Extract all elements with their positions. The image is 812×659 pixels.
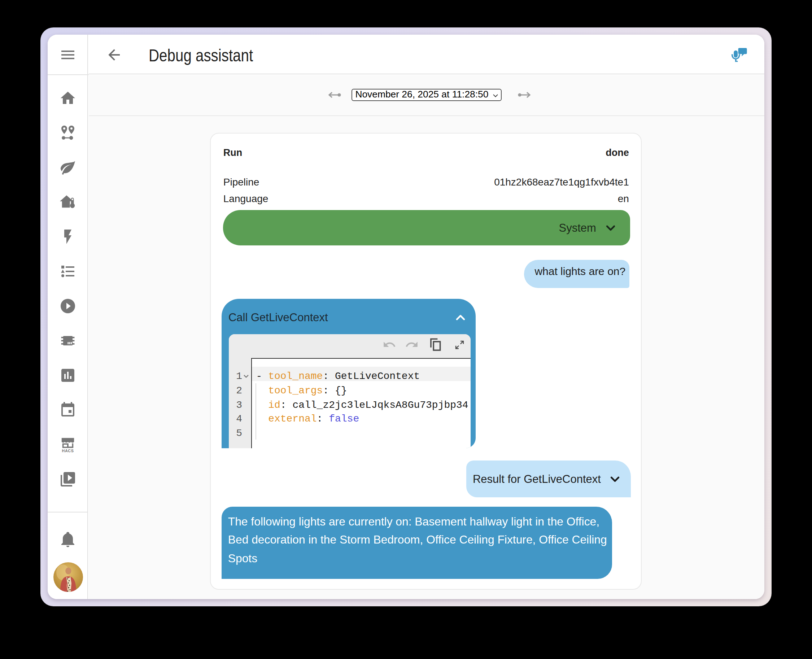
svg-text:HACS: HACS: [62, 449, 74, 453]
